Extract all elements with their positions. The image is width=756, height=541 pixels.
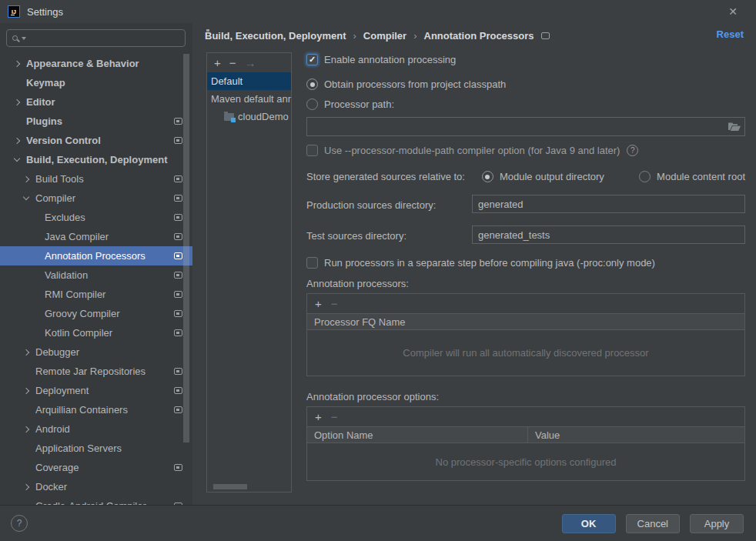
search-box[interactable] bbox=[6, 29, 186, 47]
module-path-option-row: Use --processor-module-path compiler opt… bbox=[306, 145, 638, 156]
obtain-from-classpath-radio[interactable] bbox=[306, 78, 318, 90]
options-table-label: Annotation processor options: bbox=[306, 391, 439, 402]
reset-link[interactable]: Reset bbox=[717, 28, 744, 40]
sidebar-item-coverage[interactable]: Coverage bbox=[0, 458, 192, 477]
help-icon[interactable]: ? bbox=[627, 145, 638, 156]
profile-item-default[interactable]: Default bbox=[207, 72, 291, 90]
sidebar-item-label: Deployment bbox=[35, 385, 89, 396]
help-button[interactable]: ? bbox=[11, 515, 28, 532]
move-module-button[interactable]: → bbox=[245, 57, 256, 68]
module-path-option-checkbox[interactable] bbox=[306, 145, 318, 156]
ok-button[interactable]: OK bbox=[562, 514, 616, 533]
sidebar-item-rmi-compiler[interactable]: RMI Compiler bbox=[0, 285, 192, 304]
column-header: Processor FQ Name bbox=[307, 314, 405, 329]
chevron-right-icon[interactable] bbox=[17, 485, 35, 489]
production-dir-input[interactable] bbox=[472, 195, 745, 213]
chevron-right-icon[interactable] bbox=[8, 139, 26, 143]
processor-path-input[interactable] bbox=[307, 120, 724, 133]
processor-path-radio[interactable] bbox=[306, 99, 318, 110]
cancel-button[interactable]: Cancel bbox=[626, 514, 680, 533]
close-icon[interactable]: ✕ bbox=[728, 5, 738, 18]
enable-annotation-processing-checkbox[interactable]: ✓ bbox=[306, 54, 318, 65]
profiles-hscrollbar[interactable] bbox=[213, 484, 247, 489]
chevron-right-icon[interactable] bbox=[8, 100, 26, 105]
settings-indicator-icon bbox=[174, 252, 182, 259]
add-processor-button[interactable]: + bbox=[315, 298, 322, 309]
chevron-down-icon[interactable] bbox=[17, 197, 35, 199]
settings-indicator-icon bbox=[174, 464, 182, 471]
sidebar-item-deployment[interactable]: Deployment bbox=[0, 381, 192, 400]
column-header: Option Name bbox=[307, 427, 528, 442]
processors-table-label: Annotation processors: bbox=[306, 278, 409, 289]
processors-table-empty-text: Compiler will run all automatically disc… bbox=[307, 330, 744, 376]
breadcrumb-part[interactable]: Compiler bbox=[363, 30, 406, 42]
remove-option-button[interactable]: − bbox=[331, 411, 338, 422]
radio-label: Processor path: bbox=[324, 99, 394, 110]
processor-path-row: Processor path: bbox=[306, 99, 394, 110]
chevron-right-icon[interactable] bbox=[17, 389, 35, 393]
sidebar-item-remote-jar-repositories[interactable]: Remote Jar Repositories bbox=[0, 362, 192, 381]
module-output-directory-radio[interactable] bbox=[482, 171, 493, 182]
chevron-right-icon[interactable] bbox=[17, 427, 35, 432]
sidebar-item-keymap[interactable]: Keymap bbox=[0, 73, 192, 92]
chevron-right-icon[interactable] bbox=[17, 177, 35, 182]
module-content-root-radio[interactable] bbox=[639, 171, 651, 182]
intellij-logo-icon: IJ bbox=[8, 5, 20, 18]
profiles-toolbar: + − → bbox=[207, 53, 291, 72]
apply-button[interactable]: Apply bbox=[690, 514, 744, 533]
settings-search-input[interactable] bbox=[28, 32, 185, 45]
profile-item-clouddemo[interactable]: cloudDemo bbox=[207, 108, 291, 125]
breadcrumb-part[interactable]: Annotation Processors bbox=[424, 30, 534, 42]
sidebar-item-annotation-processors[interactable]: Annotation Processors bbox=[0, 246, 192, 265]
browse-folder-icon[interactable] bbox=[724, 122, 744, 132]
sidebar-item-validation[interactable]: Validation bbox=[0, 265, 192, 285]
sidebar-item-android[interactable]: Android bbox=[0, 419, 192, 439]
sidebar-item-application-servers[interactable]: Application Servers bbox=[0, 439, 192, 458]
sidebar-item-docker[interactable]: Docker bbox=[0, 477, 192, 496]
breadcrumb-part[interactable]: Build, Execution, Deployment bbox=[205, 30, 346, 42]
sidebar-item-gradle-android-compiler[interactable]: Gradle-Android Compiler bbox=[0, 496, 192, 505]
sidebar-item-arquillian-containers[interactable]: Arquillian Containers bbox=[0, 400, 192, 419]
add-profile-button[interactable]: + bbox=[214, 57, 221, 68]
sidebar-item-kotlin-compiler[interactable]: Kotlin Compiler bbox=[0, 323, 192, 342]
sidebar-item-plugins[interactable]: Plugins bbox=[0, 112, 192, 131]
remove-profile-button[interactable]: − bbox=[229, 57, 236, 68]
profile-item-label: Default bbox=[211, 75, 243, 87]
run-separate-step-checkbox[interactable] bbox=[306, 257, 318, 269]
profile-item-maven-default-ann[interactable]: Maven default ann bbox=[207, 90, 291, 108]
sidebar-item-build-tools[interactable]: Build Tools bbox=[0, 169, 192, 189]
sidebar-item-label: Docker bbox=[35, 481, 67, 493]
sidebar-item-label: Version Control bbox=[26, 135, 101, 146]
sidebar-scrollbar[interactable] bbox=[183, 54, 189, 442]
sidebar-item-groovy-compiler[interactable]: Groovy Compiler bbox=[0, 304, 192, 323]
search-options-caret-icon[interactable] bbox=[22, 37, 26, 40]
options-table-header: Option Name Value bbox=[307, 426, 744, 443]
settings-dialog: IJ Settings ✕ Appearance & BehaviorKeyma… bbox=[0, 0, 756, 541]
processor-path-field bbox=[306, 117, 745, 136]
sidebar-item-version-control[interactable]: Version Control bbox=[0, 131, 192, 150]
module-icon bbox=[224, 113, 234, 121]
sidebar-item-label: Arquillian Containers bbox=[35, 404, 128, 416]
chevron-right-icon[interactable] bbox=[17, 350, 35, 355]
remove-processor-button[interactable]: − bbox=[331, 298, 338, 309]
chevron-down-icon[interactable] bbox=[8, 159, 26, 161]
sidebar-item-label: RMI Compiler bbox=[45, 289, 105, 300]
sidebar-item-debugger[interactable]: Debugger bbox=[0, 342, 192, 362]
processors-table: + − Processor FQ Name Compiler will run … bbox=[306, 293, 745, 376]
test-dir-input[interactable] bbox=[472, 225, 745, 244]
add-option-button[interactable]: + bbox=[315, 411, 322, 422]
sidebar-item-appearance-behavior[interactable]: Appearance & Behavior bbox=[0, 54, 192, 73]
store-relative-label: Store generated sources relative to: bbox=[306, 171, 465, 182]
footer-buttons: OK Cancel Apply bbox=[562, 514, 744, 533]
options-table-empty-text: No processor-specific options configured bbox=[307, 443, 744, 480]
sidebar-item-label: Application Servers bbox=[35, 442, 122, 454]
settings-indicator-icon bbox=[541, 32, 550, 39]
profiles-list: DefaultMaven default anncloudDemo bbox=[207, 72, 291, 125]
chevron-right-icon[interactable] bbox=[8, 62, 26, 66]
sidebar-item-compiler[interactable]: Compiler bbox=[0, 189, 192, 208]
sidebar-item-editor[interactable]: Editor bbox=[0, 92, 192, 112]
sidebar-item-build-execution-deployment[interactable]: Build, Execution, Deployment bbox=[0, 150, 192, 169]
sidebar-item-label: Java Compiler bbox=[45, 231, 109, 242]
sidebar-item-excludes[interactable]: Excludes bbox=[0, 208, 192, 227]
sidebar-item-java-compiler[interactable]: Java Compiler bbox=[0, 227, 192, 246]
